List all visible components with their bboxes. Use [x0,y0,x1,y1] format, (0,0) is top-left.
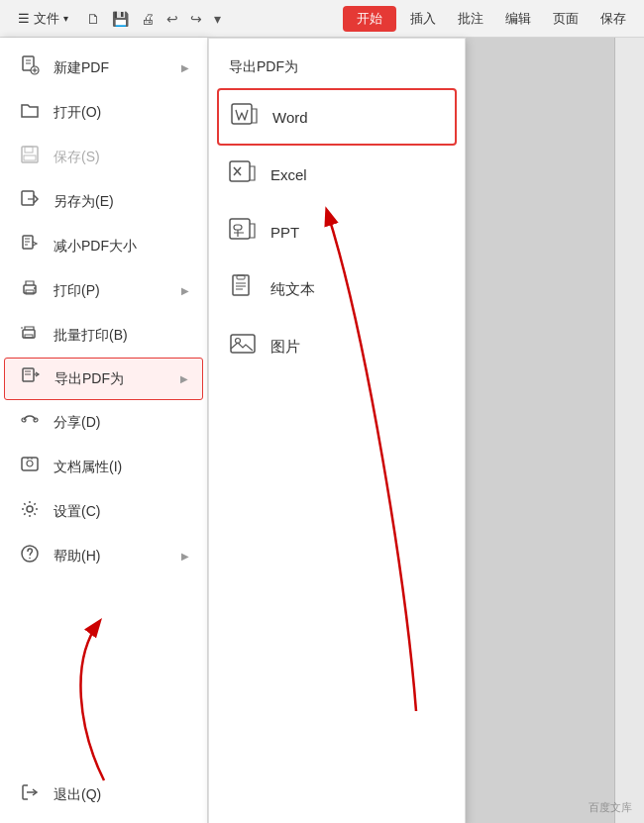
save-icon [18,145,42,169]
exit-icon [18,782,42,807]
plaintext-icon [229,272,257,306]
save-quick-icon[interactable]: 💾 [108,9,133,29]
submenu-item-image[interactable]: 图片 [209,318,465,375]
svg-rect-8 [24,155,36,160]
menu-item-print[interactable]: 打印(P) ▶ [0,268,207,313]
word-icon [231,100,259,134]
menu-item-help[interactable]: 帮助(H) ▶ [0,534,207,578]
svg-point-32 [29,558,31,560]
svg-point-17 [34,287,36,289]
tab-save[interactable]: 保存 [592,7,634,31]
new-pdf-arrow: ▶ [181,62,189,73]
background-area [466,38,644,823]
new-icon[interactable]: 🗋 [82,9,104,29]
print-quick-icon[interactable]: 🖨 [137,9,159,29]
undo-icon[interactable]: ↩ [162,9,182,29]
tab-annotate[interactable]: 批注 [450,7,491,31]
export-arrow: ▶ [180,373,188,384]
tab-page[interactable]: 页面 [545,7,587,31]
word-label: Word [272,109,308,126]
svg-rect-7 [25,147,33,153]
watermark: 百度文库 [589,800,632,815]
submenu-item-word[interactable]: Word [217,88,457,146]
submenu-item-ppt[interactable]: PPT [209,203,465,260]
batch-print-icon [18,323,42,348]
svg-rect-36 [230,219,250,239]
menu-item-save[interactable]: 保存(S) [0,135,207,179]
help-icon [18,544,42,568]
ppt-label: PPT [270,224,299,241]
right-panel-strip [614,38,644,823]
export-label: 导出PDF为 [54,370,168,388]
image-label: 图片 [270,338,300,357]
menu-item-properties[interactable]: 文档属性(I) [0,445,207,489]
svg-rect-19 [25,335,33,338]
submenu-item-excel[interactable]: Excel [209,146,465,203]
submenu-panel: 导出PDF为 Word Excel [208,38,466,823]
file-dropdown-icon: ▾ [63,13,68,24]
menu-item-new-pdf[interactable]: 新建PDF ▶ [0,46,207,90]
file-menu-button[interactable]: ☰ 文件 ▾ [10,7,76,31]
redo-icon[interactable]: ↪ [186,9,206,29]
menu-item-reduce[interactable]: 减小PDF大小 [0,224,207,268]
svg-rect-35 [230,161,250,181]
print-arrow: ▶ [181,285,189,296]
plaintext-label: 纯文本 [270,280,315,299]
properties-label: 文档属性(I) [54,459,189,476]
svg-rect-26 [22,458,38,470]
svg-rect-40 [233,275,249,295]
tab-edit[interactable]: 编辑 [497,7,539,31]
print-label: 打印(P) [54,282,169,300]
open-icon [18,100,42,125]
file-label: 文件 [34,10,59,28]
reduce-icon [18,234,42,258]
svg-rect-9 [22,191,34,205]
help-arrow: ▶ [181,551,189,562]
image-icon [229,330,257,363]
settings-label: 设置(C) [54,503,189,521]
tab-insert[interactable]: 插入 [402,7,444,31]
watermark-text: 百度文库 [589,801,632,813]
menu-item-exit[interactable]: 退出(Q) [0,772,207,817]
print-icon [18,278,42,303]
saveas-label: 另存为(E) [54,193,189,211]
menu-item-export[interactable]: 导出PDF为 ▶ [4,358,203,400]
help-label: 帮助(H) [54,548,169,566]
tab-start[interactable]: 开始 [343,6,396,32]
menu-item-settings[interactable]: 设置(C) [0,489,207,534]
open-label: 打开(O) [54,104,189,122]
properties-icon [18,455,42,479]
ppt-icon [229,215,257,249]
menu-icon: ☰ [18,11,30,26]
quick-access-toolbar: 🗋 💾 🖨 ↩ ↪ ▾ [82,9,225,29]
export-icon [19,366,43,391]
menu-item-batch-print[interactable]: 批量打印(B) [0,313,207,358]
menu-item-share[interactable]: 分享(D) [0,400,207,445]
svg-rect-37 [234,225,242,230]
new-pdf-label: 新建PDF [54,59,169,77]
menu-item-saveas[interactable]: 另存为(E) [0,179,207,224]
new-pdf-icon [18,55,42,80]
settings-icon [18,499,42,524]
saveas-icon [18,189,42,214]
excel-label: Excel [270,166,307,183]
submenu-title: 导出PDF为 [209,51,465,88]
more-icon[interactable]: ▾ [210,9,225,29]
excel-icon [229,157,257,191]
share-label: 分享(D) [54,414,189,432]
reduce-label: 减小PDF大小 [54,238,189,256]
svg-point-27 [27,461,33,466]
exit-label: 退出(Q) [54,786,189,804]
menu-item-open[interactable]: 打开(O) [0,90,207,135]
main-area: 新建PDF ▶ 打开(O) 保存(S) [0,38,644,823]
svg-point-30 [27,506,33,512]
batch-print-label: 批量打印(B) [54,327,189,345]
top-toolbar: ☰ 文件 ▾ 🗋 💾 🖨 ↩ ↪ ▾ 开始 插入 批注 编辑 页面 保存 [0,0,644,38]
save-label: 保存(S) [54,149,189,166]
share-icon [18,410,42,435]
submenu-item-plaintext[interactable]: 纯文本 [209,260,465,318]
file-menu-panel: 新建PDF ▶ 打开(O) 保存(S) [0,38,208,823]
